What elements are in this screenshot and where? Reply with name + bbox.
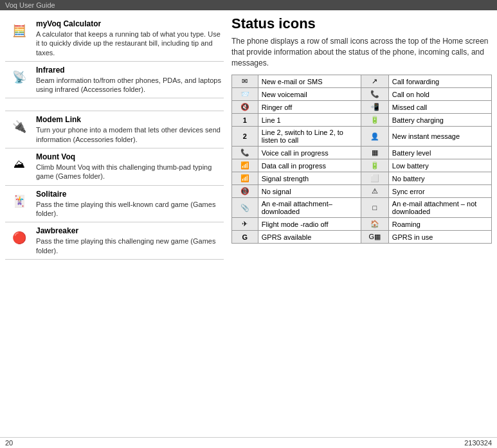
status-left-icon: ✉ bbox=[232, 75, 258, 88]
app-title: myVoq Calculator bbox=[36, 19, 221, 28]
status-left-icon: 🔇 bbox=[232, 101, 258, 114]
app-icon: 🔴 bbox=[8, 226, 31, 249]
header-title: Voq User Guide bbox=[5, 1, 55, 9]
footer-docid: 2130324 bbox=[464, 439, 492, 447]
status-right-icon: ⬜ bbox=[361, 172, 388, 185]
app-desc: A calculator that keeps a running tab of… bbox=[36, 30, 221, 57]
app-info: InfraredBeam information to/from other p… bbox=[36, 66, 221, 94]
status-right-label: Sync error bbox=[388, 185, 491, 198]
status-row: 📎An e-mail attachment–downloaded□An e-ma… bbox=[232, 198, 492, 218]
status-right-icon: ↗ bbox=[361, 75, 388, 88]
status-left-icon: ✈ bbox=[232, 218, 258, 231]
status-left-label: Voice call in progress bbox=[258, 147, 361, 159]
app-row bbox=[5, 98, 224, 111]
app-row: 🔌Modem LinkTurn your phone into a modem … bbox=[5, 111, 224, 148]
status-right-label: Call on hold bbox=[388, 88, 491, 101]
app-desc: Climb Mount Voq with this challenging th… bbox=[36, 163, 221, 181]
app-info: Modem LinkTurn your phone into a modem t… bbox=[36, 115, 221, 144]
status-row: 📶Signal strength⬜No battery bbox=[232, 172, 492, 185]
status-row: ✉New e-mail or SMS↗Call forwarding bbox=[232, 75, 492, 88]
app-row: 🧮myVoq CalculatorA calculator that keeps… bbox=[5, 15, 224, 62]
app-title: Solitaire bbox=[36, 190, 221, 199]
section-intro: The phone displays a row of small icons … bbox=[231, 36, 492, 68]
app-title: Infrared bbox=[36, 66, 221, 75]
status-left-label: New e-mail or SMS bbox=[258, 75, 361, 88]
status-left-label: No signal bbox=[258, 185, 361, 198]
status-left-icon: 📶 bbox=[232, 159, 258, 172]
app-row: 🃏SolitairePass the time playing this wel… bbox=[5, 186, 224, 223]
header-bar: Voq User Guide bbox=[0, 0, 497, 10]
status-left-icon: 📵 bbox=[232, 185, 258, 198]
status-right-label: Battery charging bbox=[388, 114, 491, 127]
app-info: myVoq CalculatorA calculator that keeps … bbox=[36, 19, 221, 57]
app-title: Modem Link bbox=[36, 115, 221, 124]
status-right-label: No battery bbox=[388, 172, 491, 185]
status-left-label: Line 1 bbox=[258, 114, 361, 127]
status-right-icon: □ bbox=[361, 198, 388, 218]
status-right-icon: 👤 bbox=[361, 127, 388, 147]
status-right-label: An e-mail attachment – not downloaded bbox=[388, 198, 491, 218]
status-right-label: Roaming bbox=[388, 218, 491, 231]
status-right-label: GPRS in use bbox=[388, 231, 491, 244]
app-info: SolitairePass the time playing this well… bbox=[36, 190, 221, 219]
app-desc: Pass the time playing this well-known ca… bbox=[36, 200, 221, 219]
app-icon: ⛰ bbox=[8, 152, 31, 175]
section-title: Status icons bbox=[231, 15, 492, 32]
status-left-icon: 1 bbox=[232, 114, 258, 127]
app-row: ⛰Mount VoqClimb Mount Voq with this chal… bbox=[5, 148, 224, 186]
status-right-icon: ⚠ bbox=[361, 185, 388, 198]
app-info: Mount VoqClimb Mount Voq with this chall… bbox=[36, 152, 221, 181]
status-left-icon: 2 bbox=[232, 127, 258, 147]
status-row: 🔇Ringer off📲Missed call bbox=[232, 101, 492, 114]
status-left-label: Flight mode -radio off bbox=[258, 218, 361, 231]
status-left-icon: 📞 bbox=[232, 147, 258, 159]
main-content: 🧮myVoq CalculatorA calculator that keeps… bbox=[0, 10, 497, 437]
status-right-icon: ▦ bbox=[361, 147, 388, 159]
status-right-label: New instant message bbox=[388, 127, 491, 147]
app-icon: 🔌 bbox=[8, 115, 31, 138]
status-right-label: Low battery bbox=[388, 159, 491, 172]
status-left-label: Ringer off bbox=[258, 101, 361, 114]
app-title: Jawbreaker bbox=[36, 226, 221, 235]
app-row: 📡InfraredBeam information to/from other … bbox=[5, 62, 224, 99]
status-right-icon: 🔋 bbox=[361, 159, 388, 172]
status-left-label: GPRS available bbox=[258, 231, 361, 244]
app-icon: 📡 bbox=[8, 66, 31, 89]
status-right-icon: 📲 bbox=[361, 101, 388, 114]
status-row: 1Line 1🔋Battery charging bbox=[232, 114, 492, 127]
app-icon: 🧮 bbox=[8, 19, 31, 42]
app-row: 🔴JawbreakerPass the time playing this ch… bbox=[5, 222, 224, 260]
status-icons-table: ✉New e-mail or SMS↗Call forwarding📨New v… bbox=[231, 75, 492, 244]
status-left-icon: 📶 bbox=[232, 172, 258, 185]
status-left-label: An e-mail attachment–downloaded bbox=[258, 198, 361, 218]
status-right-label: Missed call bbox=[388, 101, 491, 114]
left-column: 🧮myVoq CalculatorA calculator that keeps… bbox=[5, 15, 224, 432]
status-left-label: Line 2, switch to Line 2, to listen to c… bbox=[258, 127, 361, 147]
status-row: 2Line 2, switch to Line 2, to listen to … bbox=[232, 127, 492, 147]
status-right-icon: 🏠 bbox=[361, 218, 388, 231]
footer-bar: 20 2130324 bbox=[0, 437, 497, 448]
status-row: GGPRS availableG▦GPRS in use bbox=[232, 231, 492, 244]
status-left-icon: 📎 bbox=[232, 198, 258, 218]
app-icon: 🃏 bbox=[8, 190, 31, 213]
status-right-label: Call forwarding bbox=[388, 75, 491, 88]
footer-page: 20 bbox=[5, 439, 13, 447]
status-row: ✈Flight mode -radio off🏠Roaming bbox=[232, 218, 492, 231]
status-left-label: Data call in progress bbox=[258, 159, 361, 172]
app-desc: Pass the time playing this challenging n… bbox=[36, 237, 221, 255]
status-row: 📞Voice call in progress▦Battery level bbox=[232, 147, 492, 159]
status-right-icon: 🔋 bbox=[361, 114, 388, 127]
status-left-icon: 📨 bbox=[232, 88, 258, 101]
status-right-icon: G▦ bbox=[361, 231, 388, 244]
right-column: Status icons The phone displays a row of… bbox=[231, 15, 492, 432]
app-title: Mount Voq bbox=[36, 152, 221, 161]
status-row: 📨New voicemail📞Call on hold bbox=[232, 88, 492, 101]
status-row: 📶Data call in progress🔋Low battery bbox=[232, 159, 492, 172]
status-right-icon: 📞 bbox=[361, 88, 388, 101]
status-left-icon: G bbox=[232, 231, 258, 244]
status-left-label: Signal strength bbox=[258, 172, 361, 185]
app-desc: Turn your phone into a modem that lets o… bbox=[36, 125, 221, 144]
app-desc: Beam information to/from other phones, P… bbox=[36, 76, 221, 94]
app-info: JawbreakerPass the time playing this cha… bbox=[36, 226, 221, 255]
status-row: 📵No signal⚠Sync error bbox=[232, 185, 492, 198]
